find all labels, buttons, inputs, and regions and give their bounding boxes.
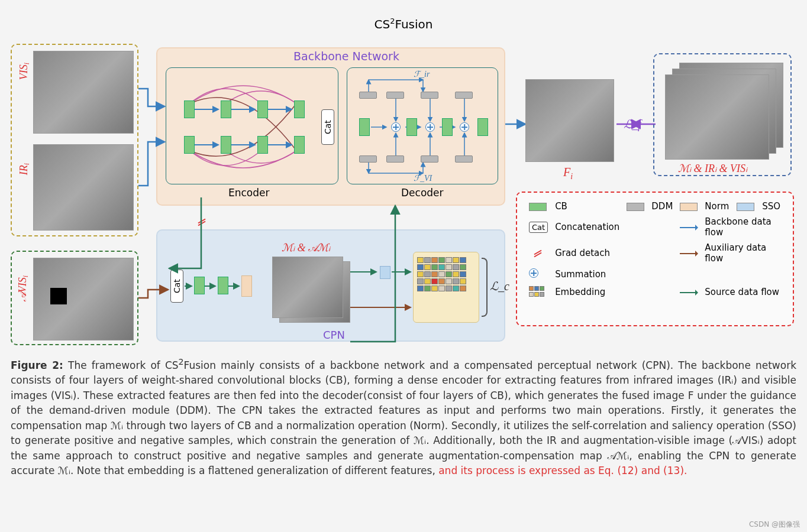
legend-table: CB DDM Norm SSO Cat Concatenation Backbo… xyxy=(525,199,785,301)
decoder-arrows xyxy=(347,68,499,185)
legend-sso: SSO xyxy=(758,199,785,214)
cpn-title: CPN xyxy=(323,329,345,341)
avis-frame: 𝒜VISi xyxy=(11,251,138,345)
legend-emb: Embedding xyxy=(551,283,623,301)
decoder-box: ℱ_ir ℱ_VI xyxy=(347,67,498,184)
figure-number: Figure 2: xyxy=(11,359,63,371)
legend-sum: Summation xyxy=(551,266,623,283)
backbone-title: Backbone Network xyxy=(293,50,399,63)
mi-image xyxy=(272,257,343,318)
encoder-box: Cat xyxy=(166,67,338,184)
figure-caption: Figure 2: The framework of CS2Fusion mai… xyxy=(11,356,796,479)
title-text-2: Fusion xyxy=(395,17,432,31)
vis-ir-frame: VISi IRi xyxy=(11,44,138,236)
encoder-arcs xyxy=(166,68,339,185)
sso-block xyxy=(380,266,390,279)
mi-label: ℳᵢ & 𝒜ℳᵢ xyxy=(282,241,330,254)
embedding-box xyxy=(413,252,479,323)
legend-grad: Grad detach xyxy=(551,240,623,266)
ir-image xyxy=(33,144,134,231)
caption-sup: 2 xyxy=(179,357,184,366)
caption-body-2: Fusion mainly consists of a backbone net… xyxy=(11,359,796,477)
legend-norm: Norm xyxy=(701,199,733,214)
grad-detach-icon xyxy=(198,219,205,226)
stacked-output-frame: ℳᵢ & IRᵢ & VISᵢ xyxy=(653,53,792,176)
ir-label: IRi xyxy=(18,163,31,175)
cpn-norm xyxy=(241,275,252,297)
page-title: CS2Fusion xyxy=(0,17,807,31)
cpn-box: Cat ℳᵢ & 𝒜ℳᵢ ℒ_c CPN xyxy=(156,229,505,342)
vis-image xyxy=(33,51,134,134)
lf-label: ℒ_f xyxy=(624,117,641,131)
encoder-cat: Cat xyxy=(321,109,334,145)
watermark: CSDN @图像强 xyxy=(749,520,800,530)
fi-label: Fi xyxy=(563,166,573,181)
canvas: CS2Fusion VISi IRi 𝒜VISi Backbone Networ… xyxy=(0,0,807,532)
decoder-label: Decoder xyxy=(401,187,444,199)
cpn-cat: Cat xyxy=(170,270,183,303)
legend-cb: CB xyxy=(551,199,623,214)
fir-tag: ℱ_ir xyxy=(414,69,430,79)
backbone-network: Backbone Network xyxy=(156,47,505,206)
legend-box: CB DDM Norm SSO Cat Concatenation Backbo… xyxy=(516,192,794,326)
legend-auxflow: Auxiliary data flow xyxy=(701,240,785,266)
legend-ddm: DDM xyxy=(648,199,676,214)
stacked-label: ℳᵢ & IRᵢ & VISᵢ xyxy=(678,162,747,175)
fi-image xyxy=(525,79,614,162)
encoder-cb xyxy=(184,100,195,118)
fvi-tag: ℱ_VI xyxy=(414,173,432,183)
avis-image xyxy=(33,258,134,340)
brace-icon xyxy=(482,258,488,317)
avis-label: 𝒜VISi xyxy=(17,275,30,301)
encoder-label: Encoder xyxy=(228,187,270,199)
caption-body-1: The framework of CS xyxy=(63,359,179,371)
title-text-1: CS xyxy=(375,17,390,31)
lc-label: ℒ_c xyxy=(490,279,509,293)
caption-eq: and its process is expressed as Eq. (12)… xyxy=(438,465,687,476)
legend-srcflow: Source data flow xyxy=(701,283,785,301)
architecture-diagram: VISi IRi 𝒜VISi Backbone Network xyxy=(11,41,796,355)
legend-bbflow: Backbone data flow xyxy=(701,214,785,240)
vis-label: VISi xyxy=(18,63,31,80)
legend-concat: Concatenation xyxy=(551,214,623,240)
